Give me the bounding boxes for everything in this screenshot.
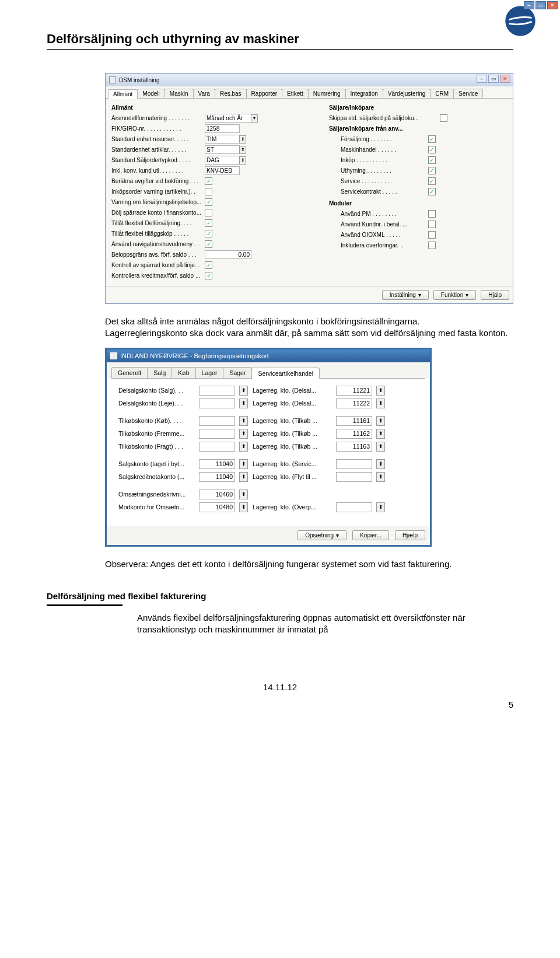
lookup-icon[interactable]: ⬆ — [376, 398, 385, 408]
lookup-icon[interactable]: ⬆ — [239, 416, 248, 426]
tab-maskin[interactable]: Maskin — [164, 89, 194, 98]
checkbox[interactable] — [205, 209, 212, 216]
checkbox[interactable] — [428, 242, 436, 249]
field-label: Inköpsorder varning (artikelnr.). . — [111, 188, 205, 195]
lookup-icon[interactable]: ⬆ — [376, 502, 385, 512]
maximize-button[interactable]: ▭ — [488, 75, 499, 83]
checkbox[interactable]: ✓ — [205, 240, 212, 248]
lookup-icon[interactable]: ⬆ — [239, 490, 248, 499]
account-field[interactable]: 11040 — [199, 472, 235, 482]
checkbox[interactable]: ✓ — [205, 230, 212, 237]
tab-crm[interactable]: CRM — [430, 89, 454, 98]
lookup-icon[interactable]: ⬆ — [239, 146, 246, 154]
account-field[interactable] — [336, 459, 372, 469]
account-field[interactable] — [199, 442, 235, 452]
account-field[interactable]: 10460 — [199, 490, 235, 499]
lookup-icon[interactable]: ⬆ — [376, 386, 385, 396]
lookup-icon[interactable]: ⬆ — [376, 429, 385, 439]
checkbox[interactable]: ✓ — [205, 219, 212, 227]
tab-vara[interactable]: Vara — [193, 89, 215, 98]
account-field[interactable]: 11221 — [336, 386, 372, 396]
skip-seller-code-checkbox[interactable] — [440, 114, 447, 122]
lookup-icon[interactable]: ⬆ — [239, 472, 248, 482]
lookup-icon[interactable]: ⬆ — [239, 156, 246, 165]
checkbox[interactable]: ✓ — [205, 261, 212, 269]
group-moduler: Moduler — [329, 200, 507, 207]
tab-modell[interactable]: Modell — [137, 89, 164, 98]
account-field[interactable] — [199, 398, 235, 408]
function-button[interactable]: Funktion▾ — [433, 290, 476, 300]
close-button[interactable]: ✕ — [547, 1, 558, 9]
lookup-icon[interactable]: ⬆ — [239, 135, 246, 144]
lookup-icon[interactable]: ⬆ — [376, 472, 385, 482]
tab-service[interactable]: Service — [453, 89, 483, 98]
checkbox[interactable]: ✓ — [428, 167, 436, 174]
checkbox[interactable] — [205, 188, 212, 195]
field-label: Omsætningsnedskrivni... — [118, 491, 194, 498]
text-field[interactable]: Månad och År — [205, 114, 251, 123]
lookup-icon[interactable]: ⬆ — [239, 398, 248, 408]
tab-serviceartikelhandel[interactable]: Serviceartikelhandel — [251, 368, 320, 379]
tab-allmänt[interactable]: Allmänt — [108, 89, 138, 99]
lookup-icon[interactable]: ⬆ — [239, 459, 248, 469]
checkbox[interactable]: ✓ — [428, 177, 436, 185]
account-field[interactable] — [199, 416, 235, 426]
lookup-icon[interactable]: ⬆ — [239, 386, 248, 396]
dropdown-arrow-icon[interactable]: ▾ — [251, 114, 258, 123]
help-button[interactable]: Hjælp — [395, 530, 425, 540]
text-field[interactable]: 1258 — [205, 124, 240, 133]
checkbox[interactable] — [428, 231, 436, 239]
account-field[interactable] — [336, 472, 372, 482]
tab-salg[interactable]: Salg — [147, 367, 172, 378]
checkbox[interactable]: ✓ — [428, 188, 436, 195]
text-field[interactable]: ST — [205, 145, 240, 154]
tab-rapporter[interactable]: Rapporter — [246, 89, 282, 98]
copy-button[interactable]: Kopier... — [352, 530, 389, 540]
account-field[interactable]: 11040 — [199, 459, 235, 469]
tab-värdejustering[interactable]: Värdejustering — [383, 89, 430, 98]
account-field[interactable] — [199, 429, 235, 439]
lookup-icon[interactable]: ⬆ — [239, 502, 248, 512]
text-field[interactable]: KNV-DEB — [205, 166, 240, 175]
account-field[interactable]: 11222 — [336, 398, 372, 408]
lookup-icon[interactable]: ⬆ — [376, 459, 385, 469]
checkbox[interactable]: ✓ — [205, 272, 212, 279]
checkbox[interactable]: ✓ — [428, 156, 436, 164]
close-button[interactable]: ✕ — [500, 75, 510, 83]
help-button[interactable]: Hjälp — [481, 290, 509, 300]
tab-etikett[interactable]: Etikett — [282, 89, 309, 98]
maximize-button[interactable]: ▭ — [536, 1, 546, 9]
settings-button[interactable]: Inställning▾ — [382, 290, 429, 300]
checkbox[interactable]: ✓ — [428, 146, 436, 153]
checkbox[interactable]: ✓ — [205, 177, 212, 185]
number-field[interactable]: 0.00 — [205, 250, 251, 259]
checkbox[interactable]: ✓ — [205, 198, 212, 206]
account-field[interactable] — [336, 502, 372, 512]
tab-lager[interactable]: Lager — [195, 367, 224, 378]
lookup-icon[interactable]: ⬆ — [376, 416, 385, 426]
lookup-icon[interactable]: ⬆ — [376, 442, 385, 452]
tab-numrering[interactable]: Numrering — [308, 89, 346, 98]
checkbox[interactable] — [428, 221, 436, 228]
text-field[interactable]: TIM — [205, 135, 240, 144]
setup-button[interactable]: Opsætning▾ — [298, 530, 346, 540]
checkbox[interactable] — [428, 210, 436, 218]
account-field[interactable]: 11163 — [336, 442, 372, 452]
text-field[interactable]: DAG — [205, 156, 240, 165]
field-label: Lagerreg. kto. (Servic... — [253, 460, 331, 467]
tab-sager[interactable]: Sager — [223, 367, 252, 378]
lookup-icon[interactable]: ⬆ — [239, 429, 248, 439]
field-label: Använd OIOXML . . . . . — [341, 232, 428, 238]
tab-generelt[interactable]: Generelt — [111, 367, 148, 378]
tab-res.bas[interactable]: Res.bas — [215, 89, 247, 98]
checkbox[interactable]: ✓ — [428, 135, 436, 143]
tab-køb[interactable]: Køb — [172, 367, 195, 378]
account-field[interactable] — [199, 386, 235, 396]
account-field[interactable]: 10480 — [199, 502, 235, 512]
account-field[interactable]: 11162 — [336, 429, 372, 439]
lookup-icon[interactable]: ⬆ — [239, 442, 248, 452]
account-field[interactable]: 11161 — [336, 416, 372, 426]
minimize-button[interactable]: ‒ — [524, 1, 534, 9]
minimize-button[interactable]: ‒ — [477, 75, 487, 83]
tab-integration[interactable]: Integration — [345, 89, 383, 98]
